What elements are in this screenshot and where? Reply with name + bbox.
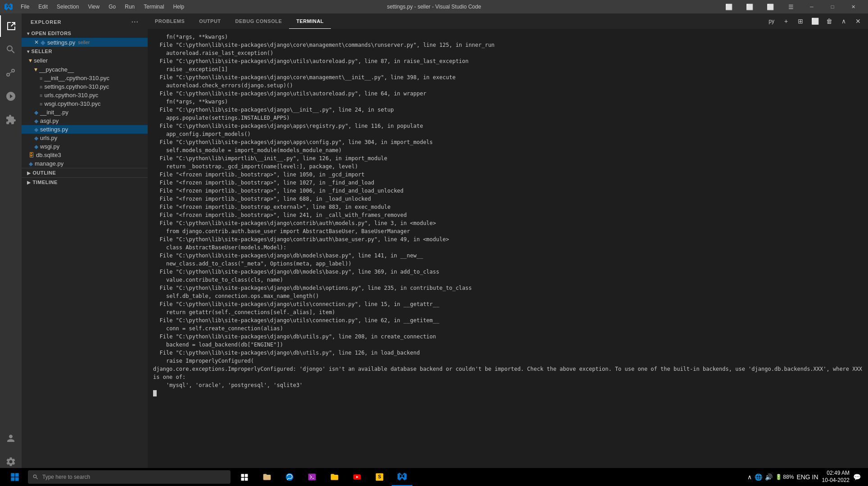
volume-icon[interactable]: 🔊 <box>765 473 773 481</box>
chevron-up-icon[interactable]: ∧ <box>837 15 850 27</box>
layout-icon-4[interactable]: ☰ <box>781 0 801 14</box>
close-editor-icon[interactable]: ✕ <box>34 39 39 45</box>
timeline-label: Timeline <box>33 180 58 185</box>
taskbar: Type here to search S ∧ 🌐 🔊 <box>0 468 868 486</box>
main-layout: Explorer ··· ▾ Open Editors ✕ ◆ settings… <box>0 14 868 476</box>
taskbar-youtube[interactable] <box>347 468 367 486</box>
activity-explorer-icon[interactable] <box>0 15 22 37</box>
outline-label: Outline <box>33 170 56 176</box>
menu-edit[interactable]: Edit <box>35 3 51 11</box>
terminal-output: fn(*args, **kwargs) File "C:\python\lib\… <box>153 33 863 389</box>
activity-search-icon[interactable] <box>0 39 22 60</box>
activity-bar <box>0 14 22 476</box>
seller-header[interactable]: ▾ Seller <box>22 47 148 56</box>
system-tray: ∧ 🌐 🔊 🔋 88% ENG IN <box>747 473 818 481</box>
lang-icon[interactable]: ENG IN <box>796 473 818 481</box>
svg-rect-7 <box>245 478 248 481</box>
py-file-icon: ◆ <box>34 109 38 116</box>
battery-icon: 🔋 <box>775 474 782 480</box>
layout-icon-1[interactable]: ⬜ <box>719 0 739 14</box>
notification-icon[interactable]: 💬 <box>853 473 861 481</box>
outline-header[interactable]: ▶ Outline <box>22 168 148 177</box>
taskbar-file-explorer[interactable] <box>257 468 277 486</box>
tree-item-urls[interactable]: ◆ urls.py <box>22 134 148 142</box>
open-editors-header[interactable]: ▾ Open Editors <box>22 29 148 38</box>
taskbar-folder[interactable] <box>324 468 345 486</box>
panel-tabs: PROBLEMS OUTPUT DEBUG CONSOLE TERMINAL p… <box>148 14 868 29</box>
tab-debug-console[interactable]: DEBUG CONSOLE <box>228 14 289 29</box>
panel-area: PROBLEMS OUTPUT DEBUG CONSOLE TERMINAL p… <box>148 14 868 476</box>
activity-extensions-icon[interactable] <box>0 109 22 130</box>
taskbar-search-bar[interactable]: Type here to search <box>28 470 231 484</box>
taskbar-terminal[interactable] <box>302 468 322 486</box>
activity-git-icon[interactable] <box>0 62 22 84</box>
start-button[interactable] <box>4 468 26 486</box>
svg-text:S: S <box>378 474 381 479</box>
tab-terminal[interactable]: TERMINAL <box>289 14 331 29</box>
maximize-panel-icon[interactable]: ⬜ <box>809 15 821 27</box>
layout-icon-3[interactable]: ⬜ <box>760 0 781 14</box>
terminal-content[interactable]: fn(*args, **kwargs) File "C:\python\lib\… <box>148 29 868 476</box>
chevron-up-icon[interactable]: ∧ <box>747 473 752 481</box>
layout-icon-2[interactable]: ⬜ <box>739 0 760 14</box>
tree-item-urls-pyc[interactable]: ≡ urls.cpython-310.pyc <box>22 91 148 99</box>
titlebar-left: File Edit Selection View Go Run Terminal… <box>5 3 188 11</box>
pyc-file-icon: ≡ <box>40 101 42 107</box>
tab-problems[interactable]: PROBLEMS <box>148 14 192 29</box>
tab-output[interactable]: OUTPUT <box>192 14 228 29</box>
add-terminal-icon[interactable]: + <box>780 15 792 27</box>
tree-item-settings[interactable]: ◆ settings.py <box>22 125 148 134</box>
sidebar-more-icon[interactable]: ··· <box>131 18 139 26</box>
py-file-icon: ◆ <box>34 126 38 133</box>
tree-item-asgi[interactable]: ◆ asgi.py <box>22 117 148 125</box>
tree-item-pycache[interactable]: ▾ __pycache__ <box>22 65 148 74</box>
tree-item-settings-pyc[interactable]: ≡ settings.cpython-310.pyc <box>22 82 148 91</box>
folder-open-icon: ▾ <box>29 57 32 64</box>
network-icon[interactable]: 🌐 <box>755 473 762 481</box>
taskbar-taskview[interactable] <box>234 468 255 486</box>
minimize-button[interactable]: ─ <box>801 0 822 14</box>
seller-chevron: ▾ <box>27 49 30 54</box>
tree-item-label: __init__.cpython-310.pyc <box>44 75 109 81</box>
maximize-button[interactable]: □ <box>822 0 843 14</box>
seller-section: ▾ Seller ▾ seller ▾ __pycache__ ≡ __init… <box>22 47 148 168</box>
terminal-cursor <box>153 390 157 396</box>
menu-terminal[interactable]: Terminal <box>140 3 167 11</box>
menu-help[interactable]: Help <box>170 3 188 11</box>
kill-terminal-icon[interactable]: 🗑 <box>823 15 836 27</box>
tree-item-init-pyc[interactable]: ≡ __init__.cpython-310.pyc <box>22 74 148 82</box>
tree-item-manage[interactable]: ◆ manage.py <box>22 159 148 168</box>
taskbar-search-placeholder: Type here to search <box>42 474 90 480</box>
open-editor-settings[interactable]: ✕ ◆ settings.py seller <box>22 38 148 47</box>
tree-item-wsgi[interactable]: ◆ wsgi.py <box>22 142 148 151</box>
explorer-label: Explorer <box>31 19 62 25</box>
py-file-icon: ◆ <box>34 118 38 124</box>
timeline-header[interactable]: ▶ Timeline <box>22 178 148 187</box>
menu-selection[interactable]: Selection <box>53 3 82 11</box>
close-panel-icon[interactable]: ✕ <box>852 15 864 27</box>
outline-chevron: ▶ <box>27 171 31 176</box>
menu-file[interactable]: File <box>17 3 33 11</box>
split-terminal-icon[interactable]: ⊞ <box>794 15 807 27</box>
pyc-file-icon: ≡ <box>40 76 42 81</box>
taskbar-app-7[interactable]: S <box>369 468 390 486</box>
tree-item-label: seller <box>34 57 48 64</box>
close-button[interactable]: ✕ <box>843 0 863 14</box>
titlebar: File Edit Selection View Go Run Terminal… <box>0 0 868 14</box>
menu-view[interactable]: View <box>84 3 103 11</box>
menu-run[interactable]: Run <box>121 3 138 11</box>
tree-item-seller[interactable]: ▾ seller <box>22 56 148 65</box>
tree-item-db[interactable]: 🗄 db.sqlite3 <box>22 151 148 159</box>
menu-go[interactable]: Go <box>105 3 119 11</box>
activity-run-icon[interactable] <box>0 86 22 107</box>
taskbar-edge[interactable] <box>279 468 300 486</box>
taskbar-vscode[interactable] <box>392 468 412 486</box>
battery-indicator[interactable]: 🔋 88% <box>775 474 794 480</box>
activity-account-icon[interactable] <box>0 428 22 449</box>
py-file-icon: ◆ <box>34 144 38 150</box>
tree-item-init-py[interactable]: ◆ __init__.py <box>22 108 148 117</box>
sidebar-header: Explorer ··· <box>22 14 148 29</box>
tree-item-wsgi-pyc[interactable]: ≡ wsgi.cpython-310.pyc <box>22 99 148 108</box>
editor-area: PROBLEMS OUTPUT DEBUG CONSOLE TERMINAL p… <box>148 14 868 476</box>
clock[interactable]: 02:49 AM 10-04-2022 <box>822 470 850 484</box>
